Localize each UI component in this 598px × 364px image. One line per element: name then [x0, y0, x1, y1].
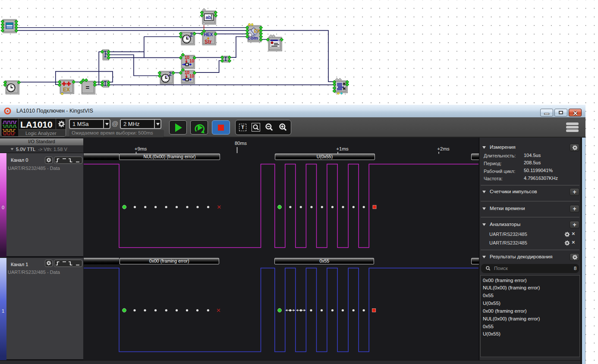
svg-text:com: com: [248, 35, 258, 41]
svg-text:+1ms: +1ms: [336, 146, 349, 151]
svg-text:z: z: [187, 35, 189, 39]
svg-text:z: z: [166, 74, 168, 78]
svg-text:EX: EX: [63, 87, 70, 93]
svg-text:10: 10: [185, 70, 190, 75]
svg-text:Str: Str: [205, 39, 212, 45]
svg-text:10: 10: [189, 59, 195, 63]
svg-text:80ms: 80ms: [235, 141, 247, 146]
svg-text:ab: ab: [206, 15, 211, 20]
svg-text:✚✚: ✚✚: [62, 81, 71, 87]
svg-text:HEX: HEX: [204, 32, 213, 37]
svg-text:10: 10: [185, 55, 190, 60]
svg-text:=: =: [86, 84, 90, 91]
svg-text:2: 2: [169, 71, 172, 77]
svg-text:+9ms: +9ms: [135, 146, 147, 151]
svg-text:10: 10: [189, 74, 195, 78]
svg-text:2: 2: [190, 32, 193, 38]
svg-text:+2ms: +2ms: [437, 146, 450, 151]
